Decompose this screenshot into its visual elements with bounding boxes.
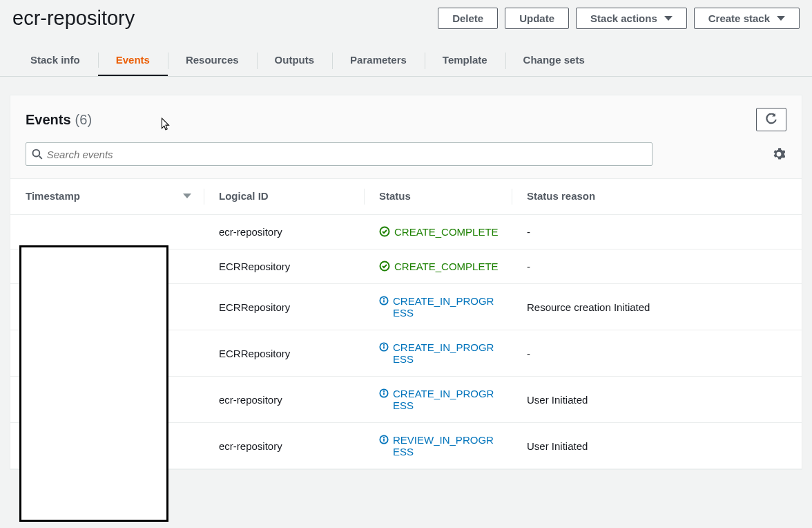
cell-status-reason: - [512, 330, 802, 377]
cell-logical-id: ECRRepository [204, 249, 364, 284]
chevron-down-icon [664, 16, 673, 21]
tab-change-sets[interactable]: Change sets [505, 47, 603, 76]
search-icon [32, 149, 43, 160]
status-text: CREATE_IN_PROGRESS [393, 341, 499, 365]
cell-status: CREATE_IN_PROGRESS [364, 330, 512, 377]
info-circle-icon [379, 295, 389, 306]
col-logical-id[interactable]: Logical ID [204, 179, 364, 215]
check-circle-icon [379, 226, 390, 237]
cell-status-reason: User Initiated [512, 377, 802, 423]
col-timestamp[interactable]: Timestamp [10, 179, 204, 215]
cell-status: CREATE_IN_PROGRESS [364, 284, 512, 330]
cell-logical-id: ECRRepository [204, 284, 364, 330]
status-text: CREATE_COMPLETE [394, 261, 499, 272]
tab-parameters[interactable]: Parameters [332, 47, 425, 76]
chevron-down-icon [777, 16, 785, 21]
update-button[interactable]: Update [505, 8, 569, 29]
cell-status-reason: - [512, 215, 802, 249]
info-circle-icon [379, 434, 389, 445]
tab-outputs[interactable]: Outputs [257, 47, 333, 76]
svg-line-1 [39, 156, 42, 159]
svg-point-0 [32, 150, 39, 157]
tab-events[interactable]: Events [98, 47, 168, 76]
cell-logical-id: ecr-repository [204, 423, 364, 469]
cell-status-reason: Resource creation Initiated [512, 284, 802, 330]
cell-status: REVIEW_IN_PROGRESS [364, 423, 512, 469]
col-status-reason-label: Status reason [527, 190, 595, 202]
cell-status: CREATE_COMPLETE [364, 215, 512, 249]
stack-title: ecr-repository [12, 7, 135, 30]
status-text: CREATE_COMPLETE [394, 226, 499, 238]
search-box[interactable] [26, 142, 652, 166]
tab-template[interactable]: Template [425, 47, 505, 76]
cell-status: CREATE_IN_PROGRESS [364, 377, 512, 423]
redaction-overlay [19, 245, 168, 522]
create-stack-label: Create stack [708, 12, 770, 24]
cell-logical-id: ecr-repository [204, 377, 364, 423]
col-timestamp-label: Timestamp [26, 190, 80, 202]
svg-point-6 [384, 299, 385, 299]
cell-logical-id: ECRRepository [204, 330, 364, 377]
info-circle-icon [379, 341, 389, 352]
cell-logical-id: ecr-repository [204, 215, 364, 249]
svg-point-9 [384, 345, 385, 346]
col-status-reason[interactable]: Status reason [512, 179, 802, 215]
table-row: ecr-repositoryCREATE_COMPLETE- [10, 215, 802, 249]
cell-status: CREATE_COMPLETE [364, 249, 512, 284]
panel-count: (6) [75, 112, 92, 128]
tab-resources[interactable]: Resources [168, 47, 257, 76]
info-circle-icon [379, 388, 389, 399]
status-text: CREATE_IN_PROGRESS [393, 388, 499, 411]
col-status[interactable]: Status [364, 179, 512, 215]
cell-status-reason: - [512, 249, 802, 284]
col-status-label: Status [379, 190, 411, 202]
tab-stack-info[interactable]: Stack info [12, 47, 98, 76]
check-circle-icon [379, 261, 390, 272]
status-text: CREATE_IN_PROGRESS [393, 295, 499, 319]
sort-desc-icon [183, 194, 191, 198]
cell-timestamp [10, 215, 204, 249]
stack-actions-button[interactable]: Stack actions [576, 8, 687, 29]
refresh-icon [765, 113, 777, 126]
gear-icon[interactable] [773, 148, 785, 160]
col-logical-id-label: Logical ID [219, 190, 269, 202]
tab-bar: Stack info Events Resources Outputs Para… [0, 30, 812, 77]
refresh-button[interactable] [756, 108, 786, 131]
delete-button[interactable]: Delete [438, 8, 498, 29]
search-input[interactable] [43, 149, 646, 160]
page-header: ecr-repository Delete Update Stack actio… [0, 0, 812, 30]
panel-title: Events [26, 112, 71, 128]
svg-point-15 [384, 437, 385, 438]
stack-actions-label: Stack actions [590, 12, 657, 24]
header-actions: Delete Update Stack actions Create stack [438, 8, 800, 29]
cell-status-reason: User Initiated [512, 423, 802, 469]
create-stack-button[interactable]: Create stack [694, 8, 800, 29]
status-text: REVIEW_IN_PROGRESS [393, 434, 499, 458]
svg-point-12 [384, 391, 385, 392]
